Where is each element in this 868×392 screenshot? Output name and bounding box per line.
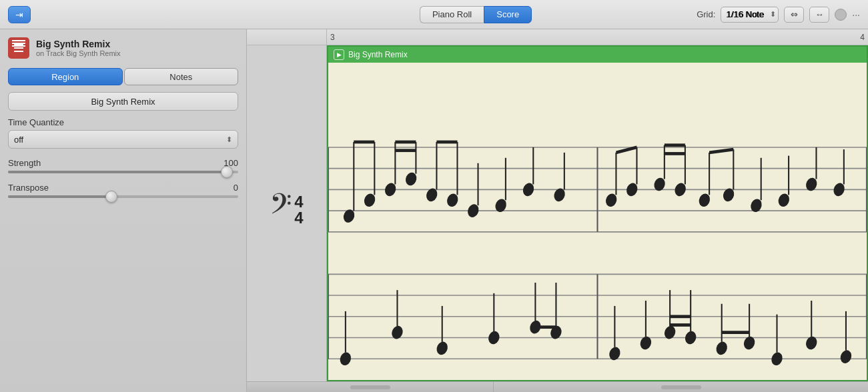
pin-button[interactable]: ⇥ — [8, 6, 31, 23]
region-bar-title: Big Synth Remix — [348, 50, 408, 59]
transpose-slider-track[interactable] — [8, 195, 238, 198]
expand-icon: ↔ — [815, 9, 824, 19]
measure-numbers-bar: 3 4 — [247, 29, 868, 45]
align-icon: ⇔ — [791, 9, 798, 19]
time-quantize-section: Time Quantize off ⬍ — [8, 117, 238, 149]
toolbar-center: Piano Roll Score — [255, 6, 697, 23]
staff-svg — [328, 63, 867, 380]
tab-piano-roll[interactable]: Piano Roll — [420, 6, 484, 23]
svg-point-80 — [608, 345, 621, 362]
time-quantize-dropdown[interactable]: off ⬍ — [8, 130, 238, 149]
transpose-label-row: Transpose 0 — [8, 183, 238, 193]
svg-point-97 — [805, 335, 818, 351]
score-body: 𝄢 4 4 ▶ Big Synth Remix — [247, 45, 868, 381]
bottom-bar — [247, 381, 868, 392]
clef-area: 𝄢 4 4 — [247, 45, 327, 381]
track-title-group: Big Synth Remix on Track Big Synth Remix — [36, 39, 121, 57]
dropdown-arrows-icon: ⬍ — [226, 135, 232, 144]
align-icon-button[interactable]: ⇔ — [784, 7, 804, 23]
notes-tab-button[interactable]: Notes — [124, 68, 239, 85]
toolbar-left: ⇥ — [8, 6, 255, 23]
svg-point-67 — [339, 351, 352, 367]
time-quantize-label: Time Quantize — [8, 117, 64, 127]
toolbar-right: Grid: 1/16 Note 1/16 Note ⬍ ⇔ ↔ ··· — [697, 7, 860, 23]
top-toolbar: ⇥ Piano Roll Score Grid: 1/16 Note 1/16 … — [0, 0, 868, 29]
region-play-icon: ▶ — [334, 49, 344, 60]
time-quantize-label-row: Time Quantize — [8, 117, 238, 127]
svg-line-47 — [616, 147, 636, 153]
transpose-section: Transpose 0 — [8, 183, 238, 198]
track-title: Big Synth Remix — [36, 39, 121, 49]
track-instrument-icon — [12, 41, 25, 55]
notation-area: ▶ Big Synth Remix — [327, 45, 868, 381]
strength-slider-fill — [8, 171, 227, 173]
svg-point-69 — [391, 324, 404, 341]
track-info: Big Synth Remix on Track Big Synth Remix — [8, 37, 238, 59]
measure-spacer — [247, 29, 327, 45]
measure-numbers: 3 4 — [327, 29, 868, 45]
transpose-label: Transpose — [8, 183, 49, 193]
right-scroll-indicator[interactable] — [661, 385, 701, 389]
svg-line-58 — [709, 149, 733, 153]
score-label: Score — [496, 9, 519, 19]
track-icon — [8, 37, 29, 59]
right-panel: 3 4 𝄢 4 4 ▶ — [247, 29, 868, 392]
svg-point-99 — [839, 349, 852, 365]
expand-icon-button[interactable]: ↔ — [809, 7, 829, 23]
svg-point-82 — [639, 335, 652, 351]
strength-slider-track[interactable] — [8, 171, 238, 173]
left-scroll — [247, 382, 494, 392]
svg-point-71 — [436, 340, 448, 357]
track-subtitle: on Track Big Synth Remix — [36, 49, 121, 57]
transpose-slider-thumb[interactable] — [105, 191, 117, 203]
measure-3: 3 — [330, 33, 335, 42]
svg-point-73 — [488, 329, 500, 346]
region-tab-button[interactable]: Region — [8, 68, 123, 85]
svg-point-86 — [685, 329, 697, 346]
more-dots: ··· — [852, 9, 860, 20]
bass-clef-symbol: 𝄢 — [270, 190, 292, 230]
time-sig-top: 4 — [294, 194, 303, 210]
notes-tab-label: Notes — [169, 72, 192, 82]
left-scroll-indicator[interactable] — [350, 385, 390, 389]
svg-point-90 — [715, 340, 728, 357]
region-notes-tabs: Region Notes — [8, 68, 238, 85]
strength-label-row: Strength 100 — [8, 158, 238, 168]
piano-roll-label: Piano Roll — [432, 9, 472, 19]
measure-4: 4 — [860, 33, 865, 42]
grid-label: Grid: — [697, 9, 715, 19]
time-signature: 4 4 — [294, 194, 303, 226]
time-sig-bottom: 4 — [294, 210, 303, 226]
region-name-label: Big Synth Remix — [91, 97, 155, 107]
time-quantize-value: off — [14, 135, 23, 145]
staff-area — [327, 63, 868, 381]
main-content: Big Synth Remix on Track Big Synth Remix… — [0, 29, 868, 392]
strength-slider-thumb[interactable] — [221, 166, 233, 178]
transpose-value: 0 — [234, 183, 238, 193]
region-bar: ▶ Big Synth Remix — [327, 45, 868, 63]
strength-label: Strength — [8, 158, 41, 168]
tab-score[interactable]: Score — [484, 6, 532, 23]
score-area: 3 4 𝄢 4 4 ▶ — [247, 29, 868, 381]
svg-point-92 — [743, 335, 756, 351]
left-panel: Big Synth Remix on Track Big Synth Remix… — [0, 29, 247, 392]
region-name-button[interactable]: Big Synth Remix — [8, 92, 238, 111]
grid-select[interactable]: 1/16 Note — [721, 7, 779, 23]
region-tab-label: Region — [51, 72, 79, 82]
strength-section: Strength 100 — [8, 158, 238, 173]
pin-icon: ⇥ — [15, 9, 23, 20]
right-scroll — [494, 382, 868, 392]
svg-point-95 — [771, 351, 783, 367]
transpose-slider-fill — [8, 195, 111, 198]
color-dot — [835, 9, 847, 21]
